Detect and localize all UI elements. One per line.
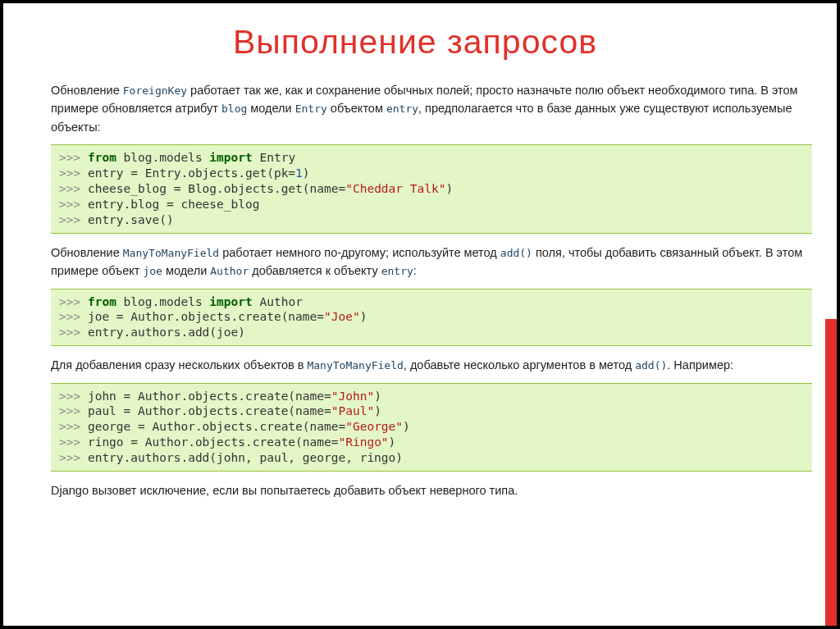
inline-code: Entry: [295, 103, 327, 115]
text: модели: [247, 102, 294, 115]
prompt: >>>: [59, 182, 80, 195]
paragraph-4: Django вызовет исключение, если вы попыт…: [51, 481, 812, 499]
string: "George": [345, 420, 403, 433]
text: Обновление: [51, 84, 123, 97]
prompt: >>>: [59, 166, 80, 180]
prompt: >>>: [59, 295, 80, 308]
code: ): [303, 166, 310, 180]
code: ): [445, 182, 453, 195]
text: , добавьте несколько аргументов в метод: [404, 358, 635, 371]
code: john = Author.objects.create(name=: [80, 390, 331, 403]
code: ): [374, 390, 381, 403]
paragraph-2: Обновление ManyToManyField работает немн…: [51, 244, 812, 280]
code: blog.models: [116, 295, 210, 308]
code: ringo = Author.objects.create(name=: [80, 435, 338, 449]
keyword: import: [209, 151, 252, 164]
string: "Cheddar Talk": [345, 182, 445, 195]
prompt: >>>: [59, 390, 80, 403]
code: joe = Author.objects.create(name=: [80, 310, 324, 323]
code: george = Author.objects.create(name=: [80, 420, 345, 433]
keyword: import: [209, 295, 252, 308]
inline-code: blog: [221, 103, 247, 115]
code-block-2: >>> from blog.models import Author >>> j…: [51, 289, 812, 347]
prompt: >>>: [59, 326, 80, 339]
paragraph-1: Обновление ForeignKey работает так же, к…: [51, 81, 812, 136]
keyword: from: [88, 151, 116, 164]
text: :: [413, 264, 417, 277]
prompt: >>>: [59, 435, 80, 449]
code: ): [360, 310, 368, 323]
code-block-3: >>> john = Author.objects.create(name="J…: [51, 383, 812, 472]
text: объектом: [327, 102, 386, 115]
code: ): [374, 404, 381, 417]
paragraph-3: Для добавления сразу нескольких объектов…: [51, 356, 812, 374]
inline-code: ForeignKey: [123, 84, 187, 97]
text: Для добавления сразу нескольких объектов…: [51, 358, 307, 371]
accent-strip: [825, 319, 837, 626]
prompt: >>>: [59, 404, 80, 417]
string: "Joe": [324, 310, 360, 323]
inline-code: add(): [635, 359, 667, 371]
text: . Например:: [667, 358, 733, 371]
code: cheese_blog = Blog.objects.get(name=: [80, 182, 345, 195]
string: "John": [331, 390, 374, 403]
inline-code: ManyToManyField: [123, 247, 219, 259]
text: модели: [162, 264, 210, 277]
string: "Paul": [331, 404, 374, 417]
text: работает немного по-другому; используйте…: [219, 246, 500, 259]
code: blog.models: [116, 151, 210, 164]
slide: Выполнение запросов Обновление ForeignKe…: [3, 3, 837, 626]
code: Entry: [253, 151, 295, 164]
content-area: Выполнение запросов Обновление ForeignKe…: [51, 3, 812, 626]
prompt: >>>: [59, 451, 80, 464]
text: Обновление: [51, 246, 123, 259]
text: добавляется к объекту: [249, 264, 381, 277]
code: entry.blog = cheese_blog: [80, 198, 259, 211]
prompt: >>>: [59, 198, 80, 211]
prompt: >>>: [59, 420, 80, 433]
code: Author: [253, 295, 303, 308]
inline-code: entry: [386, 103, 418, 115]
string: "Ringo": [338, 435, 388, 449]
page-title: Выполнение запросов: [51, 23, 779, 62]
inline-code: joe: [143, 265, 162, 277]
inline-code: ManyToManyField: [307, 359, 403, 371]
code: paul = Author.objects.create(name=: [80, 404, 331, 417]
prompt: >>>: [59, 310, 80, 323]
prompt: >>>: [59, 151, 80, 164]
code: ): [389, 435, 396, 449]
number: 1: [295, 166, 303, 180]
inline-code: Author: [210, 265, 249, 277]
code: entry.authors.add(joe): [80, 326, 245, 339]
code: entry = Entry.objects.get(pk=: [80, 166, 295, 180]
code: entry.authors.add(john, paul, george, ri…: [80, 451, 403, 464]
inline-code: entry: [381, 265, 413, 277]
code: ): [403, 420, 410, 433]
code-block-1: >>> from blog.models import Entry >>> en…: [51, 144, 812, 233]
inline-code: add(): [500, 247, 532, 259]
prompt: >>>: [59, 213, 80, 226]
code: entry.save(): [80, 213, 174, 226]
keyword: from: [88, 295, 116, 308]
